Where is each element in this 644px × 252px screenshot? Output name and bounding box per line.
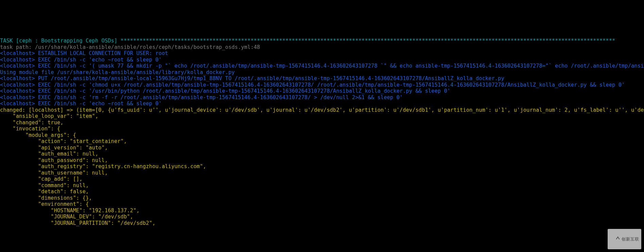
task-header-stars: ****************************************… <box>121 38 615 44</box>
terminal-output[interactable]: TASK [ceph : Bootstrapping Ceph OSDs] **… <box>0 32 644 227</box>
json-line: "invocation": { <box>0 126 60 132</box>
json-line: "action": "start_container", <box>0 138 127 144</box>
log-line: <localhost> EXEC /bin/sh -c 'echo ~root … <box>0 57 162 63</box>
json-line: "auth_password": null, <box>0 157 108 163</box>
log-line: <localhost> EXEC /bin/sh -c '( umask 77 … <box>0 63 644 69</box>
task-path: task path: /usr/share/kolla-ansible/ansi… <box>0 44 260 50</box>
task-header-prefix: TASK [ceph : Bootstrapping Ceph OSDs] <box>0 38 121 44</box>
json-line: "changed": true, <box>0 120 64 126</box>
watermark-badge: 创新互联 <box>608 229 641 250</box>
log-line: <localhost> PUT /root/.ansible/tmp/ansib… <box>0 75 504 82</box>
json-line: "dimensions": {}, <box>0 195 92 201</box>
json-line: "ansible_loop_var": "item", <box>0 113 98 119</box>
json-line: "JOURNAL_PARTITION": "/dev/sdb2", <box>0 220 155 226</box>
json-line: "module_args": { <box>0 132 76 138</box>
changed-header: changed: [localhost] => (item=[0, {u'fs_… <box>0 107 644 113</box>
json-line: "api_version": "auto", <box>0 145 108 151</box>
log-line: <localhost> EXEC /bin/sh -c 'chmod u+x /… <box>0 82 625 88</box>
watermark-text: 创新互联 <box>622 236 639 242</box>
json-line: "cap_add": [], <box>0 176 83 182</box>
log-line: <localhost> ESTABLISH LOCAL CONNECTION F… <box>0 50 168 56</box>
watermark-logo-icon <box>610 230 620 249</box>
json-line: "JOURNAL_DEV": "/dev/sdb", <box>0 214 133 220</box>
log-line: Using module file /usr/share/kolla-ansib… <box>0 69 235 75</box>
log-line: <localhost> EXEC /bin/sh -c 'rm -f -r /r… <box>0 94 403 101</box>
json-line: "command": null, <box>0 182 89 188</box>
json-line: "environment": { <box>0 201 89 207</box>
json-line: "auth_username": null, <box>0 170 108 176</box>
json-line: "detach": false, <box>0 188 89 195</box>
log-line: <localhost> EXEC /bin/sh -c '/usr/bin/py… <box>0 88 450 94</box>
json-line: "auth_registry": "registry.cn-hangzhou.a… <box>0 163 206 169</box>
json-line: "auth_email": null, <box>0 151 98 157</box>
json-line: "HOSTNAME": "192.168.137.2", <box>0 208 140 214</box>
log-line: <localhost> EXEC /bin/sh -c 'echo ~root … <box>0 101 162 107</box>
